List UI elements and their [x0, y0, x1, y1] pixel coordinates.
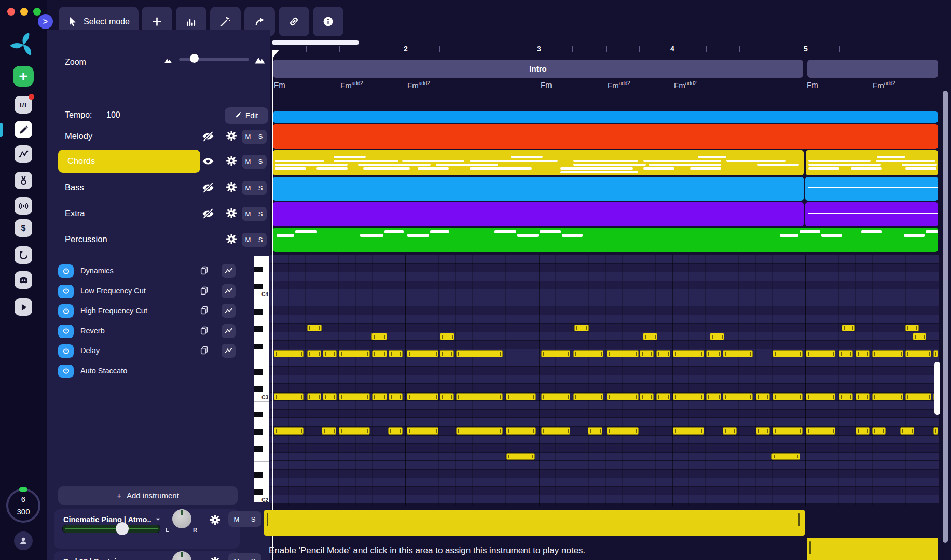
black-key[interactable] [254, 386, 263, 392]
midi-note[interactable] [773, 427, 803, 435]
instrument-settings-gear-icon[interactable] [210, 556, 220, 560]
piano-roll-scrollbar[interactable] [934, 362, 940, 415]
pencil-editor-button[interactable] [15, 121, 32, 138]
midi-note[interactable] [771, 453, 800, 460]
midi-note[interactable] [643, 333, 657, 340]
midi-note[interactable] [856, 393, 870, 400]
midi-note[interactable] [723, 393, 753, 400]
midi-note[interactable] [573, 393, 603, 400]
midi-note[interactable] [339, 427, 370, 435]
power-toggle[interactable] [58, 325, 74, 338]
midi-note[interactable] [933, 427, 938, 435]
bass-lane-clip[interactable] [805, 177, 938, 201]
track-settings-gear-icon[interactable] [226, 130, 237, 144]
mute-button[interactable]: M [242, 130, 254, 144]
edit-tempo-button[interactable]: Edit [225, 107, 268, 124]
chevron-down-icon[interactable] [154, 557, 162, 560]
black-key[interactable] [254, 446, 263, 452]
discord-button[interactable] [15, 271, 32, 289]
power-toggle[interactable] [58, 285, 74, 298]
black-key[interactable] [254, 344, 263, 349]
midi-note[interactable] [640, 393, 654, 400]
eye-slash-icon[interactable] [202, 181, 215, 194]
key-B2[interactable] [254, 402, 269, 411]
midi-note[interactable] [723, 427, 737, 435]
midi-note[interactable] [673, 393, 704, 400]
midi-note[interactable] [456, 393, 503, 400]
automation-curve-button[interactable] [222, 304, 236, 318]
midi-note[interactable] [706, 393, 721, 400]
broadcast-button[interactable] [15, 197, 32, 215]
solo-button[interactable]: S [254, 207, 267, 221]
mute-button[interactable]: M [242, 233, 254, 247]
midi-note[interactable] [806, 427, 835, 435]
instrument-settings-gear-icon[interactable] [210, 514, 220, 527]
midi-note[interactable] [673, 427, 704, 435]
piano-roll-grid[interactable] [270, 255, 939, 506]
rewards-button[interactable] [15, 172, 32, 189]
zoom-in-icon[interactable] [254, 54, 266, 67]
key-D4[interactable] [254, 273, 269, 282]
solo-button[interactable]: S [254, 181, 267, 195]
black-key[interactable] [254, 309, 263, 315]
tempo-value[interactable]: 100 [106, 110, 120, 120]
midi-note[interactable] [322, 427, 336, 435]
black-key[interactable] [254, 429, 263, 435]
midi-note[interactable] [440, 333, 454, 340]
power-toggle[interactable] [58, 264, 74, 278]
instrument-row[interactable]: Cinematic Piano | Atmo...LRMS [54, 509, 240, 549]
chevron-down-icon[interactable] [154, 515, 162, 525]
minimize-window-button[interactable] [20, 8, 28, 16]
chords-lane-clip[interactable] [806, 150, 938, 175]
midi-note[interactable] [588, 427, 602, 435]
midi-note[interactable] [673, 350, 704, 357]
eye-slash-icon[interactable] [202, 130, 215, 143]
midi-note[interactable] [839, 393, 853, 400]
black-key[interactable] [254, 472, 263, 478]
key-E4[interactable] [254, 256, 269, 265]
section-block[interactable] [807, 60, 938, 78]
midi-note[interactable] [656, 393, 670, 400]
billing-button[interactable]: $ [15, 219, 32, 237]
midi-note[interactable] [706, 350, 721, 357]
track-row-extra[interactable]: ExtraMS [47, 202, 270, 226]
midi-note[interactable] [541, 393, 570, 400]
zoom-out-icon[interactable] [164, 56, 172, 66]
key-A3[interactable] [254, 316, 269, 325]
midi-note[interactable] [440, 393, 454, 400]
mute-button[interactable]: M [242, 155, 254, 169]
key-Gs3[interactable] [254, 325, 269, 333]
midi-note[interactable] [307, 325, 322, 332]
midi-note[interactable] [372, 350, 387, 357]
key-C4[interactable]: C4 [254, 290, 269, 299]
power-toggle[interactable] [58, 304, 74, 318]
black-key[interactable] [254, 284, 263, 289]
key-F2[interactable] [254, 454, 269, 463]
midi-note[interactable] [506, 453, 535, 460]
mute-button[interactable]: M [242, 181, 254, 195]
midi-note[interactable] [607, 427, 639, 435]
midi-note[interactable] [323, 350, 337, 357]
key-Cs2[interactable] [254, 488, 269, 497]
bass-lane-clip[interactable] [273, 177, 804, 201]
midi-note[interactable] [371, 333, 387, 340]
percussion-lane-clip[interactable] [273, 228, 938, 252]
key-G3[interactable] [254, 333, 269, 342]
midi-note[interactable] [839, 350, 853, 357]
key-Ds4[interactable] [254, 265, 269, 274]
midi-note[interactable] [456, 427, 503, 435]
black-key[interactable] [254, 369, 263, 375]
midi-note[interactable] [756, 427, 770, 435]
track-row-percussion[interactable]: PercussionMS [47, 228, 270, 252]
compositions-button[interactable]: I/I [15, 96, 32, 114]
power-toggle[interactable] [58, 344, 74, 358]
key-E2[interactable] [254, 462, 269, 471]
midi-note[interactable] [913, 333, 926, 340]
chords-lane-clip[interactable] [273, 150, 804, 175]
midi-note[interactable] [842, 325, 855, 332]
midi-note[interactable] [274, 393, 304, 400]
midi-note[interactable] [339, 350, 370, 357]
key-Fs3[interactable] [254, 342, 269, 351]
mute-button[interactable]: M [228, 553, 245, 560]
key-E3[interactable] [254, 359, 269, 368]
